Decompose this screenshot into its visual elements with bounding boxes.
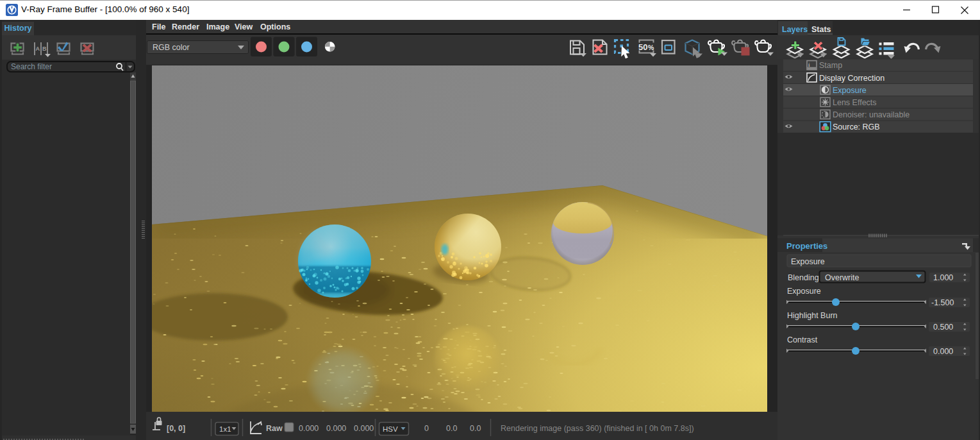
- svg-text:Exposure: Exposure: [791, 257, 825, 266]
- svg-text:Rendering image (pass 360) (fi: Rendering image (pass 360) (finished in …: [501, 424, 694, 433]
- svg-text:50: 50: [638, 42, 647, 52]
- svg-text:B: B: [42, 46, 47, 52]
- svg-text:Source: RGB: Source: RGB: [833, 123, 880, 131]
- svg-text:0.000: 0.000: [326, 424, 346, 433]
- svg-text:Contrast: Contrast: [787, 335, 818, 344]
- svg-text:0.500: 0.500: [933, 323, 953, 332]
- svg-text:Exposure: Exposure: [787, 287, 821, 296]
- svg-text:0.000: 0.000: [299, 424, 319, 433]
- svg-text:%: %: [648, 44, 654, 51]
- svg-text:0.000: 0.000: [354, 424, 374, 433]
- svg-text:RGB color: RGB color: [153, 43, 190, 52]
- svg-text:Exposure: Exposure: [833, 86, 867, 95]
- svg-text:Highlight Burn: Highlight Burn: [787, 311, 838, 320]
- svg-text:A: A: [36, 46, 40, 52]
- svg-text:1.000: 1.000: [933, 273, 953, 282]
- svg-text:Blending: Blending: [788, 273, 819, 282]
- svg-text:Display Correction: Display Correction: [819, 74, 884, 83]
- svg-text:Overwrite: Overwrite: [825, 273, 860, 282]
- svg-text:Properties: Properties: [786, 241, 827, 251]
- svg-text:Stats: Stats: [811, 25, 831, 34]
- svg-text:0.000: 0.000: [933, 347, 953, 356]
- svg-text:Raw: Raw: [266, 424, 283, 433]
- svg-text:Lens Effects: Lens Effects: [833, 98, 877, 107]
- svg-text:Stamp: Stamp: [819, 61, 842, 70]
- svg-text:Layers: Layers: [782, 25, 808, 34]
- svg-text:Denoiser: unavailable: Denoiser: unavailable: [833, 110, 909, 119]
- svg-text:1x1: 1x1: [219, 425, 231, 433]
- svg-text:HSV: HSV: [383, 425, 398, 433]
- svg-text:0.0: 0.0: [446, 424, 457, 433]
- svg-text:-1.500: -1.500: [931, 298, 954, 307]
- svg-text:0: 0: [424, 424, 429, 433]
- svg-text:[0, 0]: [0, 0]: [167, 424, 185, 433]
- svg-text:0.0: 0.0: [470, 424, 481, 433]
